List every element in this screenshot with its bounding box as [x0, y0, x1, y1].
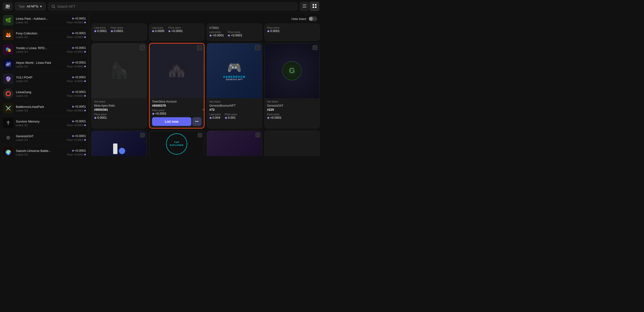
nft-card-token-id: #72	[209, 108, 260, 112]
partial-card-3: #73001 Last price ◆<0.0001 Floor price ◆…	[207, 24, 262, 41]
last-price-col: Last price ◆0.0001	[94, 26, 107, 33]
sidebar-info: Satoshi Universe Battle... Listed: 0/1	[16, 149, 64, 156]
nft-card-checkbox[interactable]	[140, 45, 145, 50]
sidebar-info: GenesisOAT Listed: 0/1	[16, 134, 64, 141]
sidebar-thumb: 🎭	[3, 44, 14, 55]
sidebar-info: LineaGang Listed: 0/1	[16, 90, 64, 97]
filter-button[interactable]	[3, 3, 12, 10]
sidebar-item-price: ◆<0.0001 Floor <0.0001 ◆	[67, 90, 86, 97]
price-floor: Floor <0.0001 ◆	[67, 94, 86, 97]
bottom-card-top-explorer: TOPEXPLORER	[149, 131, 204, 156]
sidebar-item-name: Survivor Memory	[16, 120, 64, 123]
sidebar-thumb: 🌍	[3, 147, 14, 156]
nft-card-image: 🎮 GAMERBOOM GENESIS NFT	[207, 43, 262, 98]
sidebar-item-lineagang[interactable]: ⭕ LineaGang Listed: 0/1 ◆<0.0001 Floor <…	[0, 86, 89, 101]
svg-rect-9	[302, 4, 306, 5]
sidebar-info: Foxy Collection Listed: 0/1	[16, 32, 64, 38]
floor-price-label: Floor price	[111, 26, 124, 29]
nft-card-checkbox[interactable]	[140, 133, 145, 137]
nft-card-checkbox[interactable]	[256, 133, 260, 137]
sidebar-item-survivor-memory[interactable]: ✝ Survivor Memory Listed: 0/1 ◆<0.0001 F…	[0, 116, 89, 130]
card-prices: Last price ◆0.0001 Floor price ◆0.0001	[94, 26, 144, 33]
last-price-value: ◆0.004	[209, 116, 221, 120]
list-now-row: List now •••	[152, 117, 202, 126]
nft-card-checkbox[interactable]	[198, 133, 202, 137]
sidebar-item-foxy[interactable]: 🦊 Foxy Collection Listed: 0/1 ◆<0.0001 F…	[0, 28, 89, 42]
hide-listed-toggle[interactable]	[308, 16, 317, 21]
sidebar-item-price: ◆<0.0001 Floor <0.0001 ◆	[67, 149, 86, 156]
price-value: ◆<0.0001	[67, 149, 86, 152]
sidebar-item-satoshi[interactable]: 🌍 Satoshi Universe Battle... Listed: 0/1…	[0, 145, 89, 156]
controller-icon: 🎮	[227, 61, 242, 74]
floor-price-label: Floor price	[267, 26, 317, 29]
bottom-card-3	[207, 131, 262, 156]
search-input[interactable]	[57, 4, 294, 8]
nft-card-status: Not listed	[94, 100, 144, 103]
price-value: ◆<0.0001	[67, 134, 86, 138]
price-value: ◆<0.0001	[67, 61, 86, 64]
sidebar-item-listed: Listed: 0/1	[16, 138, 64, 141]
nft-card-token-id: #9500381	[94, 108, 144, 112]
last-price-col: Last price ◆<0.0001	[209, 30, 224, 37]
nft-content: Hide listed Last price ◆0.0001 Floor pri…	[89, 13, 322, 156]
nft-card-floor-label: Floor price	[267, 113, 317, 116]
sidebar-item-yuli-poap[interactable]: 🔮 YULI POAP Listed: 0/1 ◆<0.0001 Floor <…	[0, 72, 89, 86]
grid-view-button[interactable]	[310, 2, 319, 11]
type-selector[interactable]: Type All NFTs ▾	[15, 2, 46, 10]
price-floor: Floor <0.0001 ◆	[67, 80, 86, 82]
nft-card-prices: Last price ◆0.004 Floor price ◆0.001	[209, 113, 260, 120]
sidebar-item-name: Foxy Collection	[16, 32, 64, 35]
nft-card-checkbox[interactable]	[197, 46, 202, 50]
nft-card-body: TownStory Account #6000379 Floor price ◆…	[150, 98, 204, 128]
search-bar[interactable]	[48, 2, 298, 10]
main-layout: 🌿 Linea Park - AsMatch... Listed: 0/1 ◆<…	[0, 13, 322, 156]
hide-listed-bar: Hide listed	[92, 16, 320, 24]
price-floor: Floor <0.0001 ◆	[67, 138, 86, 141]
last-price-label: Last price	[152, 26, 164, 29]
sidebar-item-yooldo[interactable]: 🎭 Yooldo x Linea: RPD... Listed: 0/1 ◆<0…	[0, 42, 89, 57]
floor-price-label: Floor price	[168, 26, 183, 29]
sidebar-item-listed: Listed: 0/1	[16, 80, 64, 82]
view-toggle	[300, 2, 319, 11]
sidebar-item-price: ◆<0.0001 Floor <0.0001 ◆	[67, 61, 86, 68]
list-now-button[interactable]: List now	[152, 117, 192, 126]
sidebar-item-linea-park-asmatch[interactable]: 🌿 Linea Park - AsMatch... Listed: 0/1 ◆<…	[0, 13, 89, 28]
sidebar-thumb: 🦊	[3, 30, 14, 40]
sidebar-item-price: ◆<0.0001 Floor <0.0001 ◆	[67, 46, 86, 53]
hide-listed-label: Hide listed	[292, 17, 306, 21]
nft-card-floor-value: ◆<0.0001	[152, 112, 202, 115]
genesis-g-logo: G	[282, 61, 302, 80]
nft-placeholder-icon: 🏘️	[167, 62, 186, 80]
nft-card-collection-name: TownStory Account	[152, 100, 202, 103]
last-price-value: ◆<0.0001	[209, 34, 224, 37]
price-floor: Floor <0.0001 ◆	[67, 109, 86, 112]
sidebar-item-genesis-oat[interactable]: ⚙ GenesisOAT Listed: 0/1 ◆<0.0001 Floor …	[0, 130, 89, 145]
last-price-col: Last price ◆0.004	[209, 113, 221, 120]
floor-price-col: Floor price ◆<0.0001	[228, 30, 242, 37]
nft-card-token-id: #225	[267, 108, 317, 112]
nft-card-genesis-oat: G Not listed GenesisOAT #225 Floor price…	[264, 43, 320, 128]
last-price-value: ◆0.0005	[152, 29, 164, 33]
last-price-col: Last price ◆0.0005	[152, 26, 164, 33]
sidebar-item-listed: Listed: 0/1	[16, 94, 64, 97]
list-view-button[interactable]	[300, 2, 309, 11]
nft-card-body: Not listed GenesisBoomerNFT #72 Last pri…	[207, 98, 262, 122]
top-explorer-text: TOPEXPLORER	[170, 141, 184, 146]
last-price-label: Last price	[209, 113, 221, 116]
sidebar-item-battlemon[interactable]: ⚔️ BattlemonLineaPark Listed: 0/1 ◆<0.00…	[0, 101, 89, 116]
sidebar-thumb: 🌌	[3, 59, 14, 70]
nft-card-checkbox[interactable]	[255, 45, 260, 50]
floor-price-value: ◆0.001	[225, 116, 237, 120]
nft-card-status: Not listed	[267, 100, 317, 103]
sidebar-item-listed: Listed: 0/1	[16, 21, 64, 24]
price-floor: Floor <0.0001 ◆	[67, 65, 86, 68]
more-options-button[interactable]: •••	[192, 117, 202, 126]
sidebar-item-abyss-world[interactable]: 🌌 Abyss World - Linea Park Listed: 0/1 ◆…	[0, 57, 89, 72]
floor-price-label: Floor price	[228, 30, 242, 34]
nft-card-checkbox[interactable]	[312, 45, 318, 50]
sidebar-thumb: ⭕	[3, 88, 14, 99]
price-floor: Floor <0.0001 ◆	[67, 21, 86, 24]
floor-price-col: Floor price ◆<0.0001	[168, 26, 183, 33]
sidebar-item-name: YULI POAP	[16, 76, 64, 79]
top-explorer-circle: TOPEXPLORER	[166, 133, 187, 154]
